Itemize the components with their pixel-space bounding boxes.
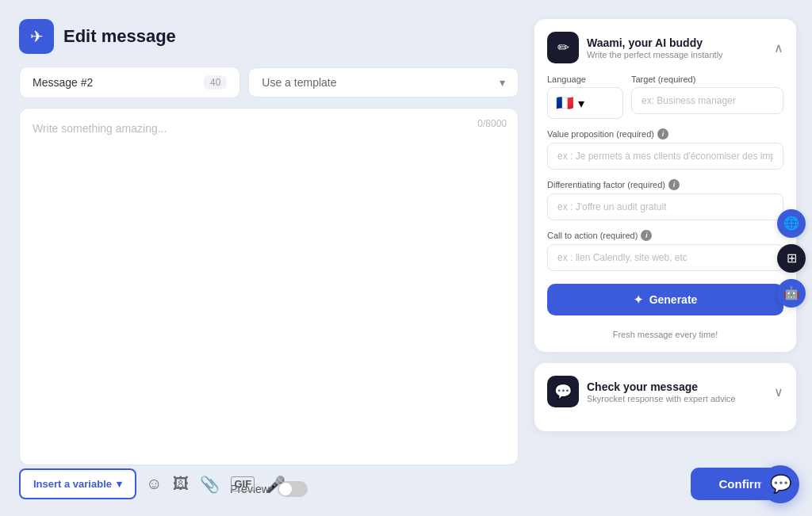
check-message-header: 💬 Check your message Skyrocket response … bbox=[547, 376, 783, 407]
check-message-expand-icon[interactable]: ∨ bbox=[774, 384, 783, 399]
diff-factor-info-icon: i bbox=[668, 179, 680, 190]
grid-float-button[interactable]: ⊞ bbox=[777, 244, 806, 273]
toolbar-icons: ☺ 🖼 📎 GIF 🎤 bbox=[146, 475, 285, 494]
paperclip-icon[interactable]: 📎 bbox=[200, 475, 220, 494]
value-prop-label: Value proposition (required) i bbox=[547, 128, 783, 140]
language-group: Language 🇫🇷 ▾ bbox=[547, 75, 623, 119]
cta-info-icon: i bbox=[641, 230, 652, 241]
language-select[interactable]: 🇫🇷 ▾ bbox=[547, 87, 623, 119]
check-message-subtitle: Skyrocket response with expert advice bbox=[587, 394, 736, 403]
emoji-icon[interactable]: ☺ bbox=[146, 475, 162, 493]
insert-variable-chevron-icon: ▾ bbox=[117, 478, 122, 490]
value-prop-info-icon: i bbox=[657, 128, 668, 140]
language-chevron-icon: ▾ bbox=[578, 96, 584, 111]
chat-bubble-button[interactable]: 💬 bbox=[761, 465, 799, 503]
language-target-row: Language 🇫🇷 ▾ Target (required) bbox=[547, 75, 783, 119]
diff-factor-input[interactable] bbox=[547, 193, 783, 220]
floating-buttons: 🌐 ⊞ 🤖 bbox=[777, 209, 806, 308]
char-limit: 0/8000 bbox=[477, 118, 507, 129]
right-panel: ✏ Waami, your AI buddy Write the perfect… bbox=[534, 19, 796, 497]
gif-icon[interactable]: GIF bbox=[231, 476, 255, 491]
translate-float-button[interactable]: 🌐 bbox=[777, 209, 806, 238]
chevron-down-icon: ▾ bbox=[500, 76, 505, 89]
insert-variable-button[interactable]: Insert a variable ▾ bbox=[19, 468, 136, 499]
target-label: Target (required) bbox=[631, 75, 783, 84]
grid-icon: ⊞ bbox=[787, 250, 797, 266]
check-message-header-left: 💬 Check your message Skyrocket response … bbox=[547, 376, 736, 407]
diff-factor-group: Differentiating factor (required) i bbox=[547, 179, 783, 220]
page-header: ✈ Edit message bbox=[19, 19, 519, 54]
generate-label: Generate bbox=[649, 293, 698, 306]
diff-factor-label: Differentiating factor (required) i bbox=[547, 179, 783, 190]
value-prop-group: Value proposition (required) i bbox=[547, 128, 783, 170]
char-count: 40 bbox=[204, 75, 227, 90]
template-select-text: Use a template bbox=[262, 76, 336, 89]
left-toolbar: Insert a variable ▾ ☺ 🖼 📎 GIF 🎤 bbox=[19, 468, 285, 499]
microphone-icon[interactable]: 🎤 bbox=[266, 475, 285, 494]
chat-icon: 💬 bbox=[554, 383, 572, 400]
ai-buddy-subtitle: Write the perfect message instantly bbox=[587, 50, 723, 59]
ai-buddy-card: ✏ Waami, your AI buddy Write the perfect… bbox=[534, 19, 796, 352]
template-select[interactable]: Use a template ▾ bbox=[248, 67, 519, 97]
cta-input[interactable] bbox=[547, 244, 783, 271]
bot-float-button[interactable]: 🤖 bbox=[777, 279, 806, 308]
ai-buddy-form: Language 🇫🇷 ▾ Target (required) bbox=[547, 75, 783, 339]
textarea-placeholder: Write something amazing... bbox=[33, 122, 167, 135]
cta-label: Call to action (required) i bbox=[547, 230, 783, 241]
bottom-toolbar: Insert a variable ▾ ☺ 🖼 📎 GIF 🎤 Confirm bbox=[19, 468, 793, 500]
edit-icon: ✏ bbox=[557, 39, 569, 56]
bot-icon: 🤖 bbox=[783, 285, 799, 300]
ai-buddy-collapse-icon[interactable]: ∧ bbox=[774, 40, 783, 55]
check-message-icon: 💬 bbox=[547, 376, 579, 407]
ai-buddy-icon: ✏ bbox=[547, 32, 579, 63]
top-bar: Message #2 40 Use a template ▾ bbox=[19, 67, 519, 98]
chat-bubble-icon: 💬 bbox=[770, 474, 791, 495]
generate-button[interactable]: ✦ Generate bbox=[547, 284, 783, 315]
ai-buddy-header: ✏ Waami, your AI buddy Write the perfect… bbox=[547, 32, 783, 63]
ai-buddy-title: Waami, your AI buddy bbox=[587, 36, 723, 49]
cta-group: Call to action (required) i bbox=[547, 230, 783, 271]
ai-buddy-header-left: ✏ Waami, your AI buddy Write the perfect… bbox=[547, 32, 723, 63]
ai-buddy-title-group: Waami, your AI buddy Write the perfect m… bbox=[587, 36, 723, 59]
message-label-box: Message #2 40 bbox=[19, 67, 240, 98]
message-textarea-container[interactable]: Write something amazing... 0/8000 bbox=[19, 108, 519, 465]
message-label: Message #2 bbox=[33, 76, 93, 89]
generate-star-icon: ✦ bbox=[634, 293, 643, 306]
translate-icon: 🌐 bbox=[783, 216, 799, 231]
target-input[interactable] bbox=[631, 87, 783, 114]
flag-icon: 🇫🇷 bbox=[556, 94, 573, 112]
target-group: Target (required) bbox=[631, 75, 783, 119]
value-prop-input[interactable] bbox=[547, 143, 783, 170]
image-icon[interactable]: 🖼 bbox=[173, 475, 189, 493]
generate-subtitle: Fresh message every time! bbox=[547, 330, 783, 339]
check-message-card: 💬 Check your message Skyrocket response … bbox=[534, 363, 796, 431]
language-label: Language bbox=[547, 75, 623, 84]
check-message-title-group: Check your message Skyrocket response wi… bbox=[587, 380, 736, 403]
plane-icon: ✈ bbox=[30, 27, 44, 46]
header-icon: ✈ bbox=[19, 19, 54, 54]
page-title: Edit message bbox=[63, 26, 176, 47]
insert-variable-label: Insert a variable bbox=[33, 478, 112, 490]
check-message-title: Check your message bbox=[587, 380, 736, 393]
